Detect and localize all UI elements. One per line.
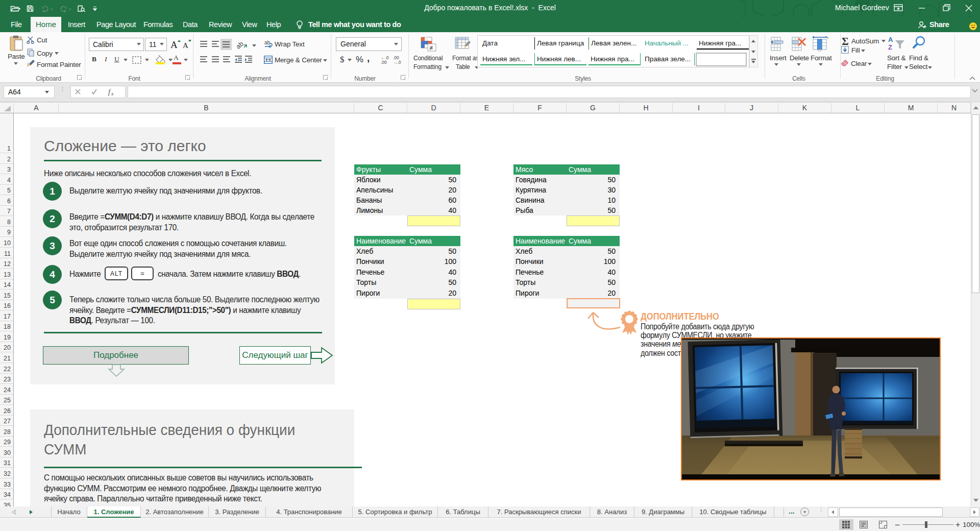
svg-text:.00: .00 — [381, 60, 387, 64]
svg-text:A: A — [888, 36, 893, 43]
svg-text:ab: ab — [264, 40, 271, 45]
svg-text:A: A — [183, 41, 188, 50]
svg-text:→.0: →.0 — [393, 60, 401, 64]
svg-text:≠: ≠ — [429, 44, 433, 52]
svg-text:ab: ab — [237, 40, 245, 50]
svg-text:A: A — [170, 39, 178, 50]
svg-text:x: x — [111, 91, 114, 96]
svg-text:Z: Z — [888, 43, 892, 51]
